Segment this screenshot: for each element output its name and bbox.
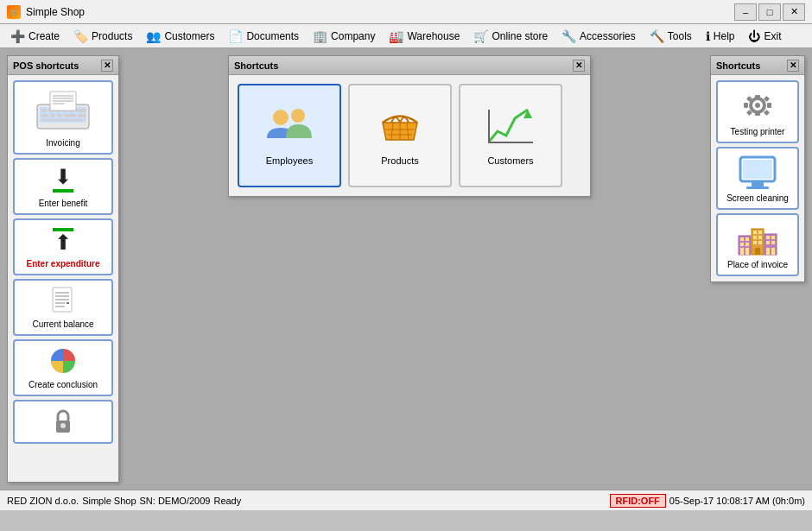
customers-icon (485, 105, 536, 149)
svg-rect-2 (41, 109, 47, 112)
svg-rect-62 (740, 248, 744, 255)
pos-shortcuts-content: Invoicing ⬇ Enter benefit ⬆ (8, 75, 118, 449)
center-panel-close[interactable]: ✕ (573, 60, 585, 72)
app-name-status: Simple Shop (82, 496, 136, 506)
menu-exit[interactable]: ⏻ Exit (741, 27, 788, 46)
testing-printer-shortcut[interactable]: Testing printer (716, 80, 799, 143)
enter-expenditure-icon: ⬆ (46, 225, 80, 256)
main-area: POS shortcuts ✕ (0, 48, 812, 510)
place-of-invoice-shortcut[interactable]: Place of invoice (716, 213, 799, 276)
menu-company-label: Company (331, 30, 375, 42)
screen-cleaning-shortcut[interactable]: Screen cleaning (716, 147, 799, 210)
serial-number: SN: DEMO/2009 (140, 496, 211, 506)
svg-rect-77 (766, 248, 770, 255)
menu-help[interactable]: ℹ Help (699, 27, 742, 46)
rfid-badge: RFID:OFF (610, 494, 666, 508)
lock-shortcut[interactable] (13, 400, 113, 444)
maximize-button[interactable]: □ (758, 3, 781, 21)
title-bar-left: 🛒 Simple Shop (7, 5, 85, 19)
svg-rect-66 (758, 231, 762, 234)
menu-warehouse-label: Warehouse (407, 30, 460, 42)
menu-warehouse[interactable]: 🏭 Warehouse (382, 27, 466, 46)
svg-rect-48 (767, 103, 771, 108)
svg-rect-13 (41, 119, 85, 121)
svg-rect-63 (745, 248, 749, 255)
customers-label: Customers (487, 155, 533, 166)
center-panel-title: Shortcuts (234, 60, 278, 71)
place-of-invoice-icon (736, 220, 779, 256)
svg-rect-54 (743, 160, 772, 179)
close-button[interactable]: ✕ (783, 3, 805, 21)
menu-documents-label: Documents (246, 30, 299, 42)
svg-point-34 (291, 109, 305, 123)
svg-rect-11 (64, 114, 76, 117)
svg-point-32 (60, 423, 66, 428)
products-card[interactable]: Products (348, 84, 452, 187)
svg-rect-76 (771, 241, 775, 244)
svg-rect-20 (53, 189, 73, 193)
menu-accessories[interactable]: 🔧 Accessories (555, 27, 643, 46)
company-icon: 🏢 (313, 29, 327, 43)
enter-expenditure-label: Enter expenditure (26, 259, 99, 269)
menu-online-store[interactable]: 🛒 Online store (466, 27, 555, 46)
shortcuts-grid: Employees (229, 75, 590, 196)
svg-rect-71 (755, 248, 760, 255)
svg-rect-12 (78, 114, 86, 117)
menu-documents[interactable]: 📄 Documents (221, 27, 306, 46)
svg-rect-55 (752, 182, 764, 186)
title-bar-controls: – □ ✕ (734, 3, 805, 21)
menu-tools[interactable]: 🔨 Tools (643, 27, 699, 46)
enter-expenditure-shortcut[interactable]: ⬆ Enter expenditure (13, 218, 113, 275)
documents-icon: 📄 (228, 29, 243, 43)
create-conclusion-label: Create conclusion (29, 380, 98, 389)
left-panel-header: POS shortcuts ✕ (8, 56, 118, 75)
online-store-icon: 🛒 (473, 29, 488, 43)
place-of-invoice-label: Place of invoice (727, 260, 788, 269)
invoicing-label: Invoicing (46, 138, 79, 148)
svg-rect-47 (744, 103, 748, 108)
menu-customers-label: Customers (164, 30, 214, 42)
status-left: RED ZION d.o.o. Simple Shop SN: DEMO/200… (7, 496, 241, 506)
employees-card[interactable]: Employees (238, 84, 341, 187)
menu-create[interactable]: ➕ Create (3, 27, 67, 46)
menu-products[interactable]: 🏷️ Products (67, 27, 139, 46)
svg-rect-52 (764, 110, 770, 116)
svg-rect-46 (755, 111, 760, 116)
svg-rect-74 (771, 236, 775, 239)
lock-icon (46, 407, 80, 437)
center-panel-header: Shortcuts ✕ (229, 56, 590, 75)
svg-rect-10 (57, 114, 62, 117)
enter-benefit-shortcut[interactable]: ⬇ Enter benefit (13, 158, 113, 215)
svg-rect-68 (758, 236, 762, 239)
right-panel-close[interactable]: ✕ (787, 60, 799, 72)
help-icon: ℹ (706, 29, 710, 43)
title-bar: 🛒 Simple Shop – □ ✕ (0, 0, 812, 24)
accessories-icon: 🔧 (561, 29, 576, 43)
current-balance-label: Current balance (32, 319, 93, 329)
svg-rect-58 (740, 237, 744, 241)
menu-help-label: Help (714, 30, 735, 42)
menu-customers[interactable]: 👥 Customers (139, 27, 221, 46)
svg-rect-78 (771, 248, 775, 255)
right-shortcuts-panel: Shortcuts ✕ (710, 55, 805, 282)
menu-online-store-label: Online store (492, 30, 548, 42)
company-name: RED ZION d.o.o. (7, 496, 79, 506)
current-balance-shortcut[interactable]: Current balance (13, 279, 113, 336)
products-icon (374, 105, 426, 149)
left-panel-close[interactable]: ✕ (101, 60, 113, 72)
svg-rect-45 (755, 95, 760, 99)
menu-create-label: Create (29, 30, 60, 42)
menu-company[interactable]: 🏢 Company (306, 27, 382, 46)
create-icon: ➕ (10, 29, 25, 43)
menu-accessories-label: Accessories (580, 30, 636, 42)
customers-card[interactable]: Customers (459, 84, 562, 187)
minimize-button[interactable]: – (734, 3, 757, 21)
menu-bar: ➕ Create 🏷️ Products 👥 Customers 📄 Docum… (0, 24, 812, 48)
screen-cleaning-icon (736, 154, 779, 190)
create-conclusion-shortcut[interactable]: Create conclusion (13, 339, 113, 396)
tools-icon: 🔨 (650, 29, 664, 43)
svg-rect-73 (766, 236, 770, 239)
invoicing-shortcut[interactable]: Invoicing (13, 80, 113, 155)
products-icon: 🏷️ (73, 29, 88, 43)
enter-benefit-icon: ⬇ (46, 165, 80, 195)
